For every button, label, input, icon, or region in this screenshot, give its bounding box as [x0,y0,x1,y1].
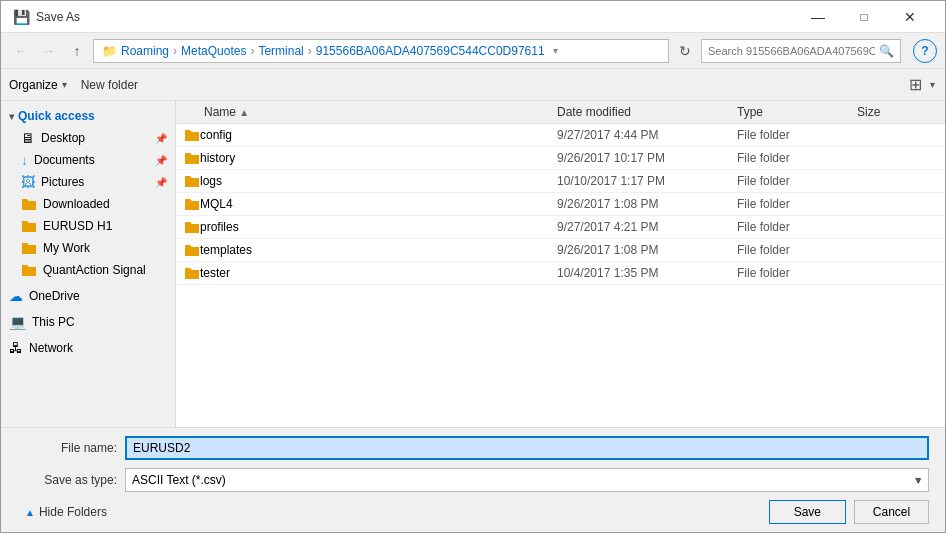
forward-button[interactable]: → [37,39,61,63]
file-row-templates[interactable]: templates 9/26/2017 1:08 PM File folder [176,239,945,262]
help-button[interactable]: ? [913,39,937,63]
folder-icon-templates [184,242,200,258]
sidebar-item-documents[interactable]: ↓ Documents 📌 [1,149,175,171]
pc-icon: 💻 [9,314,26,330]
refresh-button[interactable]: ↻ [673,39,697,63]
search-input[interactable] [708,45,875,57]
organize-label: Organize [9,78,58,92]
quick-access-section: ▾ Quick access 🖥 Desktop 📌 ↓ Documents 📌… [1,105,175,281]
file-row-config[interactable]: config 9/27/2017 4:44 PM File folder [176,124,945,147]
thispc-label: This PC [32,315,75,329]
breadcrumb-hash[interactable]: 915566BA06ADA407569C544CC0D97611 [316,44,545,58]
view-mode-button[interactable]: ⊞ [907,73,924,96]
search-box[interactable]: 🔍 [701,39,901,63]
quick-access-header[interactable]: ▾ Quick access [1,105,175,127]
file-type-templates: File folder [737,243,857,257]
close-button[interactable]: ✕ [887,1,933,33]
file-date-mql4: 9/26/2017 1:08 PM [557,197,737,211]
save-button[interactable]: Save [769,500,846,524]
size-col-label: Size [857,105,880,119]
cancel-button[interactable]: Cancel [854,500,929,524]
folder-icon-profiles [184,219,200,235]
pin-icon-pics: 📌 [155,177,167,188]
bottom-area: File name: Save as type: ASCII Text (*.c… [1,427,945,532]
breadcrumb-icon: 📁 [102,44,117,58]
file-date-tester: 10/4/2017 1:35 PM [557,266,737,280]
file-date-profiles: 9/27/2017 4:21 PM [557,220,737,234]
pictures-icon: 🖼 [21,174,35,190]
sidebar-item-network[interactable]: 🖧 Network [1,337,175,359]
file-row-logs[interactable]: logs 10/10/2017 1:17 PM File folder [176,170,945,193]
title-text: Save As [36,10,795,24]
breadcrumb-terminal[interactable]: Terminal [258,44,303,58]
minimize-button[interactable]: — [795,1,841,33]
saveas-select[interactable]: ASCII Text (*.csv) [125,468,929,492]
toolbar: Organize ▾ New folder ⊞ ▾ [1,69,945,101]
breadcrumb-sep1: › [173,44,177,58]
file-row-history[interactable]: history 9/26/2017 10:17 PM File folder [176,147,945,170]
file-date-config: 9/27/2017 4:44 PM [557,128,737,142]
folder-icon-history [184,150,200,166]
sidebar-item-downloaded[interactable]: Downloaded [1,193,175,215]
quantaction-label: QuantAction Signal [43,263,146,277]
view-toggle: ⊞ ▾ [907,73,937,96]
new-folder-button[interactable]: New folder [75,76,144,94]
file-name-profiles: profiles [200,220,557,234]
file-type-history: File folder [737,151,857,165]
file-name-mql4: MQL4 [200,197,557,211]
folder-icon-config [184,127,200,143]
up-button[interactable]: ↑ [65,39,89,63]
file-type-config: File folder [737,128,857,142]
breadcrumb-roaming[interactable]: Roaming [121,44,169,58]
downloaded-label: Downloaded [43,197,110,211]
nav-bar: ← → ↑ 📁 Roaming › MetaQuotes › Terminal … [1,33,945,69]
breadcrumb[interactable]: 📁 Roaming › MetaQuotes › Terminal › 9155… [93,39,669,63]
file-date-templates: 9/26/2017 1:08 PM [557,243,737,257]
thispc-section: 💻 This PC [1,311,175,333]
file-name-tester: tester [200,266,557,280]
search-icon: 🔍 [879,44,894,58]
breadcrumb-sep3: › [308,44,312,58]
back-button[interactable]: ← [9,39,33,63]
filename-label: File name: [17,441,117,455]
desktop-icon: 🖥 [21,130,35,146]
organize-chevron-icon: ▾ [62,79,67,90]
network-label: Network [29,341,73,355]
col-header-name[interactable]: Name ▲ [184,105,557,119]
breadcrumb-metaquotes[interactable]: MetaQuotes [181,44,246,58]
title-bar: 💾 Save As — □ ✕ [1,1,945,33]
quick-access-label: Quick access [18,109,95,123]
pin-icon: 📌 [155,133,167,144]
sidebar-item-quantaction[interactable]: QuantAction Signal [1,259,175,281]
col-header-date[interactable]: Date modified [557,105,737,119]
maximize-button[interactable]: □ [841,1,887,33]
sidebar-item-eurusd[interactable]: EURUSD H1 [1,215,175,237]
file-row-profiles[interactable]: profiles 9/27/2017 4:21 PM File folder [176,216,945,239]
col-header-size[interactable]: Size [857,105,937,119]
hide-folders-button[interactable]: ▲ Hide Folders [17,501,115,523]
file-name-config: config [200,128,557,142]
breadcrumb-sep2: › [250,44,254,58]
view-dropdown-button[interactable]: ▾ [928,77,937,92]
sort-arrow-icon: ▲ [239,107,249,118]
folder-icon-mql4 [184,196,200,212]
col-header-type[interactable]: Type [737,105,857,119]
folder-icon-mywork [21,240,37,256]
sidebar-item-thispc[interactable]: 💻 This PC [1,311,175,333]
breadcrumb-dropdown-icon[interactable]: ▾ [553,45,558,56]
file-row-mql4[interactable]: MQL4 9/26/2017 1:08 PM File folder [176,193,945,216]
saveas-select-wrapper[interactable]: ASCII Text (*.csv) ▾ [125,468,929,492]
desktop-label: Desktop [41,131,85,145]
documents-label: Documents [34,153,95,167]
quick-access-chevron-icon: ▾ [9,111,14,122]
sidebar-item-mywork[interactable]: My Work [1,237,175,259]
folder-icon-quantaction [21,262,37,278]
file-name-logs: logs [200,174,557,188]
sidebar-item-pictures[interactable]: 🖼 Pictures 📌 [1,171,175,193]
title-controls: — □ ✕ [795,1,933,33]
filename-input[interactable] [125,436,929,460]
sidebar-item-onedrive[interactable]: ☁ OneDrive [1,285,175,307]
file-row-tester[interactable]: tester 10/4/2017 1:35 PM File folder [176,262,945,285]
sidebar-item-desktop[interactable]: 🖥 Desktop 📌 [1,127,175,149]
organize-dropdown[interactable]: Organize ▾ [9,78,67,92]
